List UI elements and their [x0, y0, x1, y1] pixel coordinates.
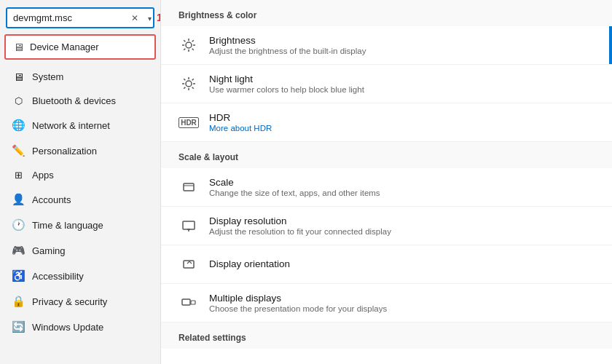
display-resolution-icon [178, 215, 199, 236]
multiple-displays-title: Multiple displays [209, 293, 595, 304]
svg-line-6 [192, 49, 194, 50]
device-manager-label: Device Manager [30, 41, 99, 52]
sidebar-item-bluetooth-label: Bluetooth & devices [32, 95, 116, 106]
hdr-title: HDR [209, 112, 595, 123]
svg-point-9 [186, 81, 192, 87]
night-light-setting[interactable]: Night light Use warmer colors to help bl… [161, 65, 612, 103]
brightness-color-header: Brightness & color [161, 0, 612, 26]
time-icon: 🕐 [12, 218, 25, 232]
svg-line-14 [184, 79, 185, 80]
windows-update-icon: 🔄 [12, 320, 25, 333]
night-light-icon [178, 74, 199, 94]
svg-line-8 [184, 49, 185, 50]
hdr-text: HDR More about HDR [209, 112, 595, 132]
sidebar-item-accessibility-label: Accessibility [32, 271, 84, 282]
sidebar-item-windows-update[interactable]: 🔄 Windows Update [3, 314, 157, 339]
gaming-icon: 🎮 [12, 244, 25, 257]
network-icon: 🌐 [12, 119, 25, 132]
sidebar-item-network-label: Network & internet [32, 120, 110, 131]
multiple-displays-desc: Choose the presentation mode for your di… [209, 304, 595, 313]
accessibility-icon: ♿ [12, 269, 25, 282]
display-resolution-text: Display resolution Adjust the resolution… [209, 215, 595, 236]
multiple-displays-text: Multiple displays Choose the presentatio… [209, 293, 595, 313]
sidebar-item-gaming[interactable]: 🎮 Gaming [3, 238, 157, 263]
scale-icon [178, 177, 199, 197]
display-resolution-setting[interactable]: Display resolution Adjust the resolution… [161, 207, 612, 245]
sidebar-item-accounts[interactable]: 👤 Accounts [3, 187, 157, 212]
apps-icon: ⊞ [12, 170, 25, 181]
svg-line-5 [184, 40, 185, 41]
sidebar-item-accounts-label: Accounts [32, 194, 71, 205]
sidebar-item-accessibility[interactable]: ♿ Accessibility [3, 264, 157, 288]
display-orientation-icon [178, 254, 199, 274]
device-manager-result[interactable]: 🖥 Device Manager [4, 34, 156, 60]
scale-title: Scale [209, 177, 595, 188]
hdr-setting[interactable]: HDR HDR More about HDR [161, 103, 612, 142]
sidebar: ✕ ▾ 1 🖥 Device Manager 2 🖥 System ⬡ Blue… [0, 0, 160, 364]
multiple-displays-icon [178, 293, 199, 313]
brightness-desc: Adjust the brightness of the built-in di… [209, 47, 595, 55]
night-light-text: Night light Use warmer colors to help bl… [209, 74, 595, 94]
sidebar-item-system[interactable]: 🖥 System [3, 65, 157, 89]
scale-text: Scale Change the size of text, apps, and… [209, 177, 595, 197]
svg-rect-18 [184, 183, 194, 191]
display-orientation-title: Display orientation [209, 258, 595, 269]
callout-1: 1 [157, 12, 160, 23]
search-wrapper: ✕ ▾ 1 [6, 7, 154, 28]
sidebar-item-bluetooth[interactable]: ⬡ Bluetooth & devices [3, 90, 157, 112]
svg-rect-20 [183, 221, 195, 229]
hdr-desc[interactable]: More about HDR [209, 124, 595, 132]
night-light-title: Night light [209, 74, 595, 84]
scale-desc: Change the size of text, apps, and other… [209, 189, 595, 197]
svg-rect-24 [182, 299, 190, 305]
sidebar-item-personalization-label: Personalization [32, 146, 97, 157]
sidebar-item-apps[interactable]: ⊞ Apps [3, 164, 157, 186]
system-icon: 🖥 [12, 71, 25, 83]
night-light-desc: Use warmer colors to help block blue lig… [209, 85, 595, 94]
related-settings-header: Related settings [161, 323, 612, 349]
sidebar-item-time[interactable]: 🕐 Time & language [3, 213, 157, 237]
scale-setting[interactable]: Scale Change the size of text, apps, and… [161, 168, 612, 207]
svg-point-0 [186, 42, 192, 48]
svg-line-7 [192, 40, 194, 41]
brightness-title: Brightness [209, 35, 595, 46]
main-content: Brightness & color Brightness Adjust the… [160, 0, 612, 364]
svg-line-16 [192, 79, 194, 80]
accounts-icon: 👤 [12, 193, 25, 206]
device-manager-icon: 🖥 [13, 41, 24, 53]
sidebar-item-system-label: System [32, 71, 63, 82]
personalization-icon: ✏️ [12, 144, 25, 157]
sidebar-item-windows-update-label: Windows Update [32, 322, 103, 333]
nav-list: 🖥 System ⬡ Bluetooth & devices 🌐 Network… [0, 64, 160, 364]
brightness-bar [609, 26, 612, 64]
brightness-setting[interactable]: Brightness Adjust the brightness of the … [161, 26, 612, 65]
sidebar-item-apps-label: Apps [32, 170, 54, 181]
sidebar-item-network[interactable]: 🌐 Network & internet [3, 113, 157, 138]
sidebar-item-privacy-label: Privacy & security [32, 296, 107, 307]
search-dropdown-icon[interactable]: ▾ [148, 14, 152, 22]
bluetooth-icon: ⬡ [12, 95, 25, 106]
svg-line-17 [184, 87, 185, 89]
svg-rect-25 [191, 301, 195, 304]
display-orientation-setting[interactable]: Display orientation [161, 245, 612, 284]
display-resolution-desc: Adjust the resolution to fit your connec… [209, 227, 595, 236]
hdr-icon: HDR [178, 112, 199, 132]
sidebar-item-privacy[interactable]: 🔒 Privacy & security [3, 289, 157, 314]
sidebar-item-time-label: Time & language [32, 220, 103, 231]
privacy-icon: 🔒 [12, 295, 25, 308]
display-orientation-text: Display orientation [209, 258, 595, 270]
scale-layout-header: Scale & layout [161, 142, 612, 168]
sidebar-item-gaming-label: Gaming [32, 245, 66, 256]
search-clear-button[interactable]: ✕ [131, 13, 138, 23]
multiple-displays-setting[interactable]: Multiple displays Choose the presentatio… [161, 284, 612, 323]
brightness-icon [178, 35, 199, 55]
display-resolution-title: Display resolution [209, 215, 595, 226]
sidebar-item-personalization[interactable]: ✏️ Personalization [3, 138, 157, 163]
svg-line-15 [192, 87, 194, 89]
brightness-text: Brightness Adjust the brightness of the … [209, 35, 595, 55]
